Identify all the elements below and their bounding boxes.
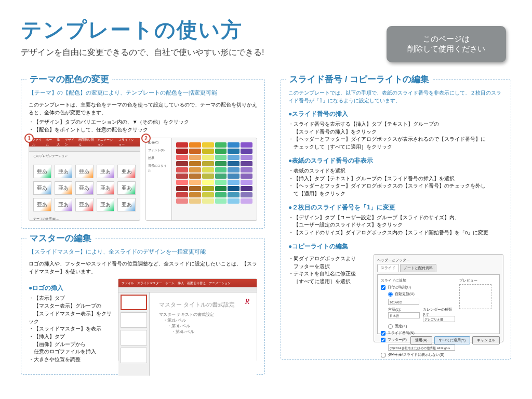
- chk-datetime[interactable]: [381, 285, 385, 290]
- radio-auto[interactable]: [388, 292, 393, 297]
- b-copyright: ・同ダイアログボックスより フッターを選択 ・テキストを自社名に修正後 ［すべて…: [288, 255, 366, 286]
- lang-label: 言語(L):: [388, 307, 420, 312]
- master-bullet: ・【挿入】タブ: [29, 333, 112, 341]
- list-item: ［すべてに適用］を選択: [288, 278, 366, 286]
- list-item: ・表紙のスライドを選択: [288, 167, 503, 175]
- delete-note: このページは 削除して使用ください: [387, 26, 506, 62]
- b-hide: ・表紙のスライドを選択 ・【挿入】タブ【テキスト】グループの【スライド番号の挿入…: [288, 167, 503, 198]
- radio-fixed[interactable]: [388, 324, 393, 329]
- master-bullet: ・大きさや位置を調整: [29, 356, 112, 364]
- list-item: ・【挿入】タブ【テキスト】グループの【スライド番号の挿入】を選択: [288, 175, 503, 183]
- section-theme-sub: 【テーマ】の【配色】の変更により、テンプレートの配色を一括変更可能: [29, 89, 257, 97]
- master-bullet: 【画像】グループから: [29, 341, 112, 349]
- lbl-fixed: 固定(X): [395, 324, 407, 328]
- list-item: ・【ヘッダーとフッター】ダイアログボックスの【スライド番号】のチェックを外し: [288, 182, 503, 190]
- b-start1: ・【デザイン】タブ【ユーザー設定】グループ【スライドのサイズ】内、 【ユーザー設…: [288, 214, 503, 237]
- chk-slidenum[interactable]: [381, 331, 385, 336]
- footer-input[interactable]: (C)2014 会社名またはその他情報 All Rights Reserved.: [388, 344, 455, 351]
- canvas-l4: ・第4レベル: [171, 329, 247, 335]
- b-insert: ・スライド番号を表示する【挿入】タブ【テキスト】グループの 【スライド番号の挿入…: [288, 121, 503, 151]
- list-item: フッターを選択: [288, 263, 366, 271]
- section-theme-title: テーマの配色の変更: [26, 73, 112, 85]
- list-item: 【ユーザー設定のスライドサイズ】をクリック: [288, 221, 503, 229]
- preview-box: [459, 284, 491, 309]
- list-item: て【適用】をクリック: [288, 190, 503, 198]
- lbl-footer: フッター(F): [388, 338, 407, 342]
- date-value[interactable]: 2014/6/2: [388, 299, 419, 305]
- theme-bullets: ・【デザイン】タブのバリエーション内の、▼（その他）をクリック ・【配色】をポイ…: [29, 118, 257, 134]
- master-bullet: ・【スライドマスター】を表示: [29, 325, 112, 333]
- canvas-l2: ・第2レベル: [163, 317, 247, 323]
- content-label: スライドに追加: [381, 278, 455, 283]
- design-tab-mock: 1 ファイルホーム挿入デザイン画面切り替えアニメーションスライドショー このプレ…: [29, 138, 140, 221]
- list-item: ・同ダイアログボックスより: [288, 255, 366, 263]
- list-item: ・【スライドのサイズ】ダイアログボックス内の【スライド開始番号】を「0」に変更: [288, 229, 503, 237]
- section-master-body: ロゴの挿入や、フッターやスライド番号の位置調整など、全スライドに設定したいことは…: [29, 260, 257, 275]
- btn-apply-all[interactable]: すべてに適用(Y): [434, 336, 470, 344]
- dialog-tab-slide[interactable]: スライド: [377, 264, 399, 272]
- lbl-datetime: 日付と時刻(D): [388, 285, 411, 289]
- h-insert: ●スライド番号の挿入: [288, 110, 503, 118]
- master-head-logo: ●ロゴの挿入: [29, 284, 112, 292]
- master-bullets: ・【表示】タブ 【マスター表示】グループの 【スライドマスター表示】をクリック …: [29, 295, 112, 363]
- list-item: ・テキストを自社名に修正後: [288, 270, 366, 278]
- master-bullet: 【スライドマスター表示】をクリック: [29, 310, 112, 325]
- canvas-sub: マスター テキストの書式設定: [159, 312, 247, 317]
- section-master-sub: 【スライドマスター】により、全スライドのデザインを一括変更可能: [29, 248, 257, 256]
- dialog-tab-notes[interactable]: ノートと配付資料: [400, 264, 436, 272]
- list-item: ・【ヘッダーとフッター】ダイアログボックスが表示されるので【スライド番号】に: [288, 136, 503, 143]
- canvas-title: マスター タイトルの書式設定: [159, 301, 247, 309]
- slidenum-intro: このテンプレートでは、以下の手順で、表紙のスライド番号を非表示にして、２枚目のス…: [288, 89, 503, 104]
- list-item: チェックして［すべてに適用］をクリック: [288, 143, 503, 151]
- lbl-notitle: タイトル スライドに表示しない(S): [388, 353, 444, 357]
- section-slidenum: スライド番号 / コピーライトの編集 このテンプレートでは、以下の手順で、表紙の…: [281, 79, 511, 360]
- chk-footer[interactable]: [381, 338, 385, 342]
- theme-bullet: ・【配色】をポイントして、任意の配色をクリック: [29, 126, 257, 134]
- lbl-auto: 自動更新(U): [395, 292, 415, 296]
- color-picker-mock: 2 配色(C)フォント(F)効果背景のスタイル: [145, 138, 257, 221]
- canvas-l3: ・第3レベル: [167, 323, 247, 329]
- theme-bullet: ・【デザイン】タブのバリエーション内の、▼（その他）をクリック: [29, 118, 257, 126]
- master-bullet: 任意のロゴファイルを挿入: [29, 348, 112, 356]
- section-slidenum-title: スライド番号 / コピーライトの編集: [286, 73, 432, 85]
- list-item: ・スライド番号を表示する【挿入】タブ【テキスト】グループの: [288, 121, 503, 128]
- section-theme-body: このテンプレートは、主要な色をテーマの色を使って設定しているので、テーマの配色を…: [29, 101, 257, 116]
- cal-select[interactable]: グレゴリオ暦: [423, 316, 455, 322]
- section-master-title: マスターの編集: [26, 232, 95, 244]
- list-item: 【スライド番号の挿入】をクリック: [288, 128, 503, 136]
- h-start1: ●２枚目のスライド番号を「1」に変更: [288, 203, 503, 212]
- dialog-title: ヘッダーとフッター: [377, 258, 500, 263]
- section-theme: テーマの配色の変更 【テーマ】の【配色】の変更により、テンプレートの配色を一括変…: [21, 79, 265, 229]
- lbl-slidenum: スライド番号(N): [388, 331, 415, 335]
- btn-cancel[interactable]: キャンセル: [472, 336, 500, 344]
- list-item: ・【デザイン】タブ【ユーザー設定】グループ【スライドのサイズ】内、: [288, 214, 503, 222]
- header-footer-dialog: ヘッダーとフッター スライド ノートと配付資料 スライドに追加 日付と時刻(D)…: [374, 254, 503, 342]
- note-line1: このページは: [423, 34, 470, 44]
- master-bullet: 【マスター表示】グループの: [29, 302, 112, 310]
- logo-placeholder: R: [245, 298, 249, 306]
- lang-select[interactable]: 日本語: [388, 312, 420, 318]
- slidemaster-mock: ファイルスライドマスターホーム挿入画面切り替えアニメーション: [118, 278, 257, 362]
- note-line2: 削除して使用ください: [407, 44, 485, 54]
- btn-apply[interactable]: 適用(A): [410, 336, 432, 344]
- h-hide: ●表紙のスライド番号の非表示: [288, 156, 503, 165]
- cal-label: カレンダーの種類(C):: [423, 307, 455, 316]
- master-bullet: ・【表示】タブ: [29, 295, 112, 302]
- chk-notitle[interactable]: [381, 353, 385, 357]
- section-master: マスターの編集 【スライドマスター】により、全スライドのデザインを一括変更可能 …: [21, 238, 265, 374]
- h-copyright: ●コピーライトの編集: [288, 242, 503, 251]
- preview-label: プレビュー: [459, 278, 496, 283]
